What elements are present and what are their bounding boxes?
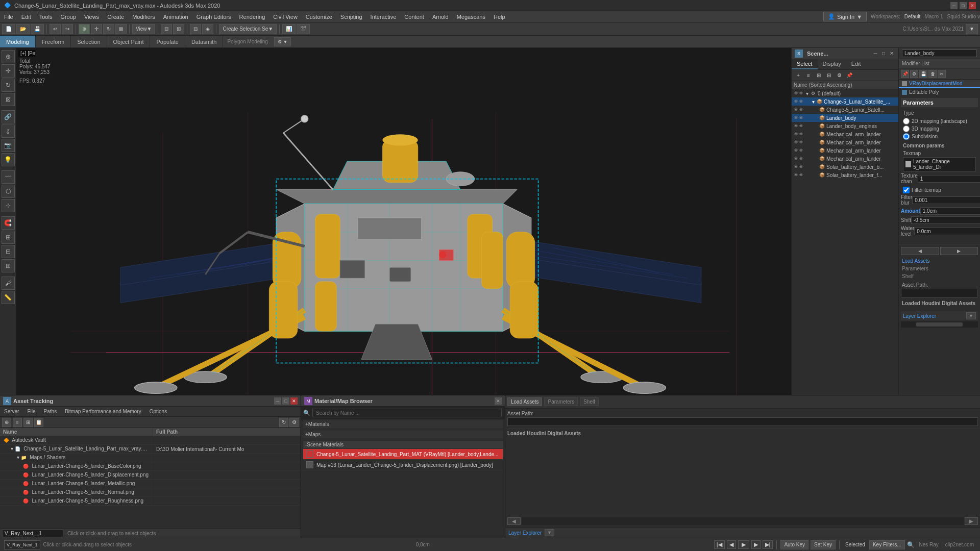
expand-icon-1[interactable]: ▾ (11, 446, 13, 452)
view-mode-btn[interactable]: View ▼ (132, 24, 155, 34)
light-btn[interactable]: 💡 (2, 153, 15, 166)
macro1-label[interactable]: Macro 1 (924, 14, 943, 19)
set-key-btn[interactable]: Set Key (811, 540, 836, 549)
surface-btn[interactable]: ⬡ (2, 185, 15, 198)
radio-subdivision[interactable]: Subdivision (903, 133, 976, 140)
asset-row-displacement[interactable]: 🔴 Lunar_Lander-Change-5_lander_Displacem… (0, 471, 301, 480)
rotate-tool-btn[interactable]: ↻ (2, 79, 15, 92)
eye-icon-6b[interactable]: 👁 (799, 140, 803, 145)
eye-icon-9b[interactable]: 👁 (799, 164, 803, 169)
water-level-input[interactable] (914, 228, 980, 235)
auto-key-btn[interactable]: Auto Key (780, 540, 808, 549)
load-assets-btn[interactable]: Load Assets (901, 257, 978, 265)
menu-file[interactable]: File (0, 11, 17, 22)
asset-tb-btn4[interactable]: 📋 (34, 418, 43, 427)
tree-item-mech3[interactable]: 👁 👁 📦 Mechanical_arm_lander (792, 146, 898, 155)
eye-icon-2b[interactable]: 👁 (799, 107, 803, 112)
tree-item-change5[interactable]: 👁 👁 ▾ 📦 Change-5_Lunar_Satellite_... (792, 97, 898, 106)
layer-btn[interactable]: ⊟ (190, 24, 201, 34)
prev-frame-btn[interactable]: ◀ (727, 540, 736, 549)
asset-menu-options[interactable]: Options (145, 407, 171, 416)
tab-freeform[interactable]: Freeform (36, 36, 71, 47)
menu-customize[interactable]: Customize (302, 11, 336, 22)
eye-icon-5b[interactable]: 👁 (799, 132, 803, 137)
tree-item-engines[interactable]: 👁 👁 📦 Lander_body_engines (792, 122, 898, 130)
panel-close[interactable]: ✕ (888, 50, 895, 57)
scene-tree[interactable]: 👁 👁 ▾ ⚙ 0 (default) 👁 👁 ▾ 📦 Change-5_Lun… (792, 89, 898, 395)
redo-btn[interactable]: ↪ (62, 24, 73, 34)
menu-megascans[interactable]: Megascans (453, 11, 489, 22)
search-icon[interactable]: 🔍 (907, 541, 915, 548)
eye-icon-4[interactable]: 👁 (794, 123, 798, 129)
maximize-btn[interactable]: □ (960, 2, 967, 9)
tree-item-mech1[interactable]: 👁 👁 📦 Mechanical_arm_lander (792, 130, 898, 138)
asset-tb-btn3[interactable]: ⊞ (23, 418, 33, 427)
asset-path-input[interactable] (901, 289, 978, 297)
scale-btn[interactable]: ⊠ (115, 24, 127, 34)
eye-icon-0b[interactable]: 👁 (799, 91, 803, 96)
asset-close-btn[interactable]: ✕ (290, 397, 298, 405)
asset-row-maps[interactable]: ▾ 📁 Maps / Shaders (0, 454, 301, 462)
mode-extra-btn[interactable]: ⚙ ▼ (274, 37, 291, 46)
asset-row-basecolor[interactable]: 🔴 Lunar_Lander-Change-5_lander_BaseColor… (0, 462, 301, 471)
tree-item-solar2[interactable]: 👁 👁 📦 Solar_battery_lander_f... (792, 171, 898, 179)
col-name[interactable]: Name (0, 428, 153, 436)
asset-row-normal[interactable]: 🔴 Lunar_Lander-Change-5_lander_Normal.pn… (0, 488, 301, 497)
mat-item-map13[interactable]: Map #13 (Lunar_Lander_Change-5_lander_Di… (303, 460, 503, 470)
scene-settings-btn[interactable]: ⚙ (835, 71, 844, 80)
file-path-btn[interactable]: ▼ (966, 24, 978, 34)
eye-icon-10b[interactable]: 👁 (799, 172, 803, 178)
eye-icon-7b[interactable]: 👁 (799, 148, 803, 153)
menu-graph-editors[interactable]: Graph Editors (192, 11, 235, 22)
close-btn[interactable]: ✕ (969, 2, 976, 9)
tree-expand-1[interactable]: ▾ (812, 99, 815, 105)
asset-menu-server[interactable]: Server (0, 407, 23, 416)
menu-scripting[interactable]: Scripting (336, 11, 366, 22)
asset-minimize-btn[interactable]: ─ (274, 397, 281, 405)
curve-btn[interactable]: 〰 (2, 170, 15, 184)
tree-item-solar1[interactable]: 👁 👁 📦 Solar_battery_lander_b... (792, 163, 898, 171)
tab-modeling[interactable]: Modeling (0, 36, 36, 47)
scroll-next-btn[interactable]: ▶ (965, 517, 978, 525)
scale-tool-btn[interactable]: ⊠ (2, 93, 15, 106)
eye-icon-8[interactable]: 👁 (794, 156, 798, 161)
mod-delete-btn[interactable]: 🗑 (928, 70, 937, 78)
asset-tb-refresh[interactable]: ↻ (279, 418, 288, 427)
menu-content[interactable]: Content (400, 11, 428, 22)
panel-minimize[interactable]: ─ (872, 50, 879, 57)
menu-modifiers[interactable]: Modifiers (128, 11, 159, 22)
mod-configure-btn[interactable]: ⚙ (910, 70, 918, 78)
eye-icon-2[interactable]: 👁 (794, 107, 798, 112)
eye-icon-9[interactable]: 👁 (794, 164, 798, 169)
asset-menu-file[interactable]: File (23, 407, 39, 416)
mod-save-btn[interactable]: 💾 (919, 70, 927, 78)
texture-chan-input[interactable] (918, 175, 980, 183)
save-btn[interactable]: 💾 (31, 24, 44, 34)
menu-group[interactable]: Group (56, 11, 80, 22)
mod-cut-btn[interactable]: ✂ (938, 70, 946, 78)
create-sel-btn[interactable]: Create Selection Se ▼ (219, 24, 277, 34)
modifier-editable-poly[interactable]: Editable Poly (899, 88, 980, 96)
measure-btn[interactable]: 📏 (2, 291, 15, 304)
texmap-value[interactable]: Lander_Change-5_lander_Di (903, 157, 976, 171)
tab-datasmith[interactable]: Datasmith (185, 36, 224, 47)
tree-layer-0[interactable]: 👁 👁 ▾ ⚙ 0 (default) (792, 89, 898, 97)
undo-btn[interactable]: ↩ (50, 24, 61, 34)
key-filters-btn[interactable]: Key Filters... (869, 540, 905, 549)
asset-tb-btn1[interactable]: ⊕ (2, 418, 11, 427)
asset-status-input[interactable] (2, 530, 63, 537)
move-tool-btn[interactable]: ✛ (2, 64, 15, 78)
asset-menu-paths[interactable]: Paths (40, 407, 61, 416)
eye-icon-7[interactable]: 👁 (794, 148, 798, 153)
filter-blur-input[interactable] (912, 196, 980, 204)
eye-icon-10[interactable]: 👁 (794, 172, 798, 178)
radio-3d-mapping[interactable]: 3D mapping (903, 126, 976, 132)
play-btn[interactable]: ▶ (738, 540, 749, 549)
select-tool-btn[interactable]: ⊕ (2, 50, 15, 63)
menu-help[interactable]: Help (489, 11, 509, 22)
scene-filter-btn[interactable]: ≡ (804, 71, 813, 80)
layer-explorer-bar-btn[interactable]: ▼ (545, 529, 554, 536)
panel-maximize[interactable]: □ (880, 50, 887, 57)
scroll-right-btn[interactable]: ▶ (940, 247, 978, 255)
menu-rendering[interactable]: Rendering (235, 11, 270, 22)
